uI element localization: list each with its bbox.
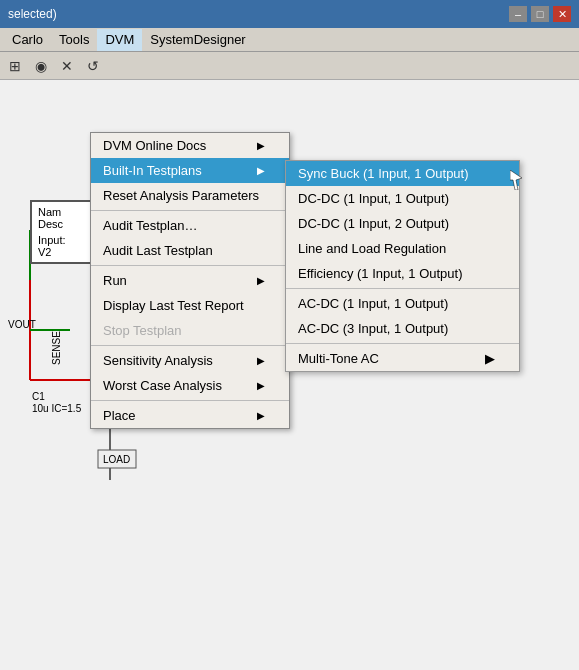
sensitivity-analysis-item[interactable]: Sensitivity Analysis ▶ [91, 348, 289, 373]
component-desc: Desc [38, 218, 92, 230]
svg-text:SENSE: SENSE [51, 331, 62, 365]
title-bar: selected) – □ ✕ [0, 0, 579, 28]
dc-dc-1-2-item[interactable]: DC-DC (1 Input, 2 Output) [286, 211, 519, 236]
multi-tone-item[interactable]: Multi-Tone AC ▶ [286, 346, 519, 371]
builtin-arrow: ▶ [257, 165, 265, 176]
dc-dc-1-1-item[interactable]: DC-DC (1 Input, 1 Output) [286, 186, 519, 211]
canvas-area: VOUT C1 10u IC=1.5 SENSE LOAD ector Nam … [0, 80, 579, 670]
separator-4 [91, 400, 289, 401]
multi-tone-arrow: ▶ [485, 351, 495, 366]
run-item[interactable]: Run ▶ [91, 268, 289, 293]
component-input-label: Input: [38, 234, 92, 246]
svg-text:LOAD: LOAD [103, 454, 130, 465]
separator-1 [91, 210, 289, 211]
run-arrow: ▶ [257, 275, 265, 286]
ac-dc-1-1-item[interactable]: AC-DC (1 Input, 1 Output) [286, 291, 519, 316]
menu-bar: Carlo Tools DVM SystemDesigner [0, 28, 579, 52]
maximize-button[interactable]: □ [531, 6, 549, 22]
place-item[interactable]: Place ▶ [91, 403, 289, 428]
audit-last-item[interactable]: Audit Last Testplan [91, 238, 289, 263]
component-input-value: V2 [38, 246, 92, 258]
toolbar-icon-4[interactable]: ↺ [82, 55, 104, 77]
display-last-report-item[interactable]: Display Last Test Report [91, 293, 289, 318]
separator-2 [91, 265, 289, 266]
efficiency-item[interactable]: Efficiency (1 Input, 1 Output) [286, 261, 519, 286]
worst-case-arrow: ▶ [257, 380, 265, 391]
line-load-item[interactable]: Line and Load Regulation [286, 236, 519, 261]
minimize-button[interactable]: – [509, 6, 527, 22]
toolbar: ⊞ ◉ ✕ ↺ [0, 52, 579, 80]
dvm-online-docs-arrow: ▶ [257, 140, 265, 151]
sync-buck-item[interactable]: Sync Buck (1 Input, 1 Output) [286, 161, 519, 186]
builtin-testplans-item[interactable]: Built-In Testplans ▶ [91, 158, 289, 183]
component-name: Nam [38, 206, 92, 218]
dvm-menu: DVM Online Docs ▶ Built-In Testplans ▶ R… [90, 132, 290, 429]
menu-tools[interactable]: Tools [51, 29, 97, 51]
window-controls: – □ ✕ [509, 6, 571, 22]
svg-text:C1: C1 [32, 391, 45, 402]
svg-text:10u IC=1.5: 10u IC=1.5 [32, 403, 82, 414]
place-arrow: ▶ [257, 410, 265, 421]
stop-testplan-item: Stop Testplan [91, 318, 289, 343]
menu-systemdesigner[interactable]: SystemDesigner [142, 29, 253, 51]
submenu-sep-1 [286, 288, 519, 289]
sensitivity-arrow: ▶ [257, 355, 265, 366]
audit-testplan-item[interactable]: Audit Testplan… [91, 213, 289, 238]
svg-text:VOUT: VOUT [8, 319, 36, 330]
ac-dc-3-1-item[interactable]: AC-DC (3 Input, 1 Output) [286, 316, 519, 341]
submenu-sep-2 [286, 343, 519, 344]
toolbar-icon-1[interactable]: ⊞ [4, 55, 26, 77]
window-title: selected) [8, 7, 57, 21]
toolbar-icon-2[interactable]: ◉ [30, 55, 52, 77]
dvm-online-docs-item[interactable]: DVM Online Docs ▶ [91, 133, 289, 158]
reset-analysis-item[interactable]: Reset Analysis Parameters [91, 183, 289, 208]
separator-3 [91, 345, 289, 346]
worst-case-item[interactable]: Worst Case Analysis ▶ [91, 373, 289, 398]
builtin-submenu: Sync Buck (1 Input, 1 Output) DC-DC (1 I… [285, 160, 520, 372]
toolbar-icon-3[interactable]: ✕ [56, 55, 78, 77]
menu-carlo[interactable]: Carlo [4, 29, 51, 51]
menu-dvm[interactable]: DVM [97, 29, 142, 51]
close-button[interactable]: ✕ [553, 6, 571, 22]
